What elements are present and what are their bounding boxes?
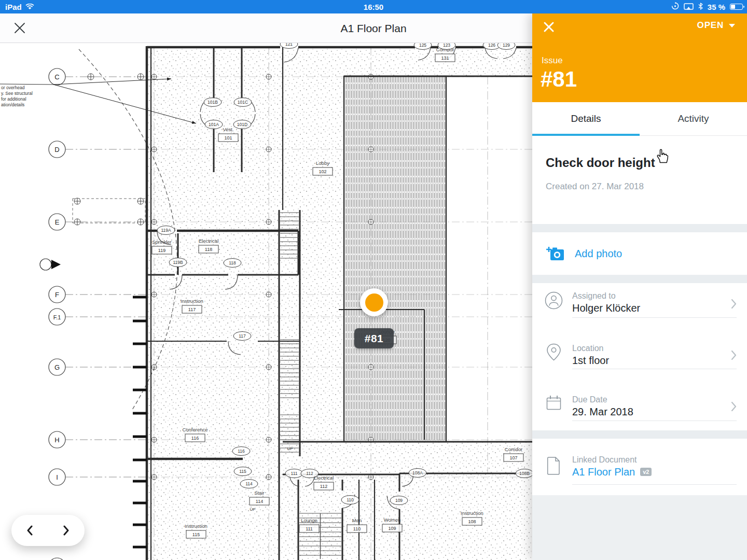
svg-text:H: H — [54, 436, 59, 444]
svg-text:F: F — [55, 291, 59, 299]
issue-tabs: Details Activity — [532, 102, 747, 136]
issue-detail-panel: OPEN Issue #81 Details Activity Check do… — [532, 13, 747, 560]
tab-activity[interactable]: Activity — [640, 102, 747, 135]
issue-summary: Check door height Created on 27. Mar 201… — [532, 136, 747, 224]
svg-text:118: 118 — [229, 260, 236, 265]
battery-percent: 35 % — [708, 3, 725, 11]
svg-text:I: I — [56, 473, 58, 481]
svg-text:112: 112 — [320, 484, 327, 489]
svg-text:F.1: F.1 — [53, 314, 61, 320]
issue-pin-label[interactable]: #81 — [354, 328, 394, 348]
svg-text:Lounge: Lounge — [301, 517, 317, 523]
svg-text:126: 126 — [488, 43, 495, 48]
structural-note: or overheady. See structuralfor addition… — [1, 85, 33, 107]
svg-text:101A: 101A — [209, 122, 219, 127]
document-icon — [545, 455, 563, 478]
svg-text:101B: 101B — [208, 100, 218, 105]
svg-text:108B: 108B — [519, 471, 530, 476]
add-photo-camera-icon — [546, 246, 564, 261]
svg-text:UP: UP — [250, 507, 255, 512]
svg-text:UP: UP — [287, 446, 293, 451]
section-marker — [40, 259, 61, 270]
issue-id: #81 — [541, 67, 577, 92]
field-value: 29. Mar 2018 — [572, 406, 747, 418]
svg-text:Instruction: Instruction — [461, 510, 483, 516]
svg-text:116: 116 — [238, 449, 245, 454]
svg-text:111: 111 — [306, 526, 313, 531]
svg-text:Electrical: Electrical — [199, 238, 219, 244]
svg-text:119B: 119B — [173, 260, 183, 265]
svg-text:C: C — [54, 73, 59, 81]
floor-plan-viewport[interactable]: CDEFF.1GHI or overheady. See structuralf… — [0, 43, 532, 560]
linked-document-link[interactable]: A1 Floor Planv2 — [572, 466, 747, 478]
svg-text:125: 125 — [419, 43, 426, 48]
chevron-down-icon — [728, 23, 736, 28]
svg-text:119: 119 — [158, 248, 165, 253]
issue-type-label: Issue — [542, 55, 563, 66]
location-row[interactable]: Location 1st floor — [532, 318, 747, 369]
svg-text:101D: 101D — [237, 122, 247, 127]
svg-text:G: G — [54, 363, 60, 371]
svg-text:108: 108 — [468, 519, 476, 524]
field-label: Location — [572, 344, 747, 353]
svg-text:114: 114 — [256, 499, 263, 504]
bluetooth-icon — [698, 3, 703, 11]
previous-sheet-button[interactable] — [11, 515, 48, 546]
svg-text:112: 112 — [306, 471, 313, 476]
svg-text:116: 116 — [191, 436, 199, 441]
svg-text:109: 109 — [388, 526, 396, 531]
svg-text:119A: 119A — [161, 228, 171, 233]
field-label: Due Date — [572, 395, 747, 404]
field-label: Assigned to — [572, 291, 747, 301]
svg-text:Instruction: Instruction — [185, 523, 208, 529]
svg-text:131: 131 — [441, 55, 449, 61]
assigned-to-row[interactable]: Assigned to Holger Klöcker — [532, 283, 747, 318]
chevron-right-icon — [731, 299, 737, 311]
screen-mirroring-icon — [684, 3, 694, 11]
chevron-right-icon — [731, 350, 737, 362]
issue-created-date: Created on 27. Mar 2018 — [546, 181, 734, 192]
field-value: 1st floor — [572, 355, 747, 367]
svg-text:115: 115 — [239, 469, 246, 474]
svg-text:123: 123 — [443, 43, 450, 48]
svg-text:110: 110 — [347, 497, 354, 502]
field-value: Holger Klöcker — [572, 302, 747, 314]
svg-text:Stair: Stair — [254, 490, 265, 496]
close-issue-button[interactable] — [540, 18, 558, 36]
issue-pin-dot — [365, 293, 383, 312]
cursor-hand-icon — [656, 148, 670, 166]
svg-text:Sprinkler: Sprinkler — [152, 239, 172, 245]
close-icon — [13, 21, 26, 35]
svg-text:107: 107 — [509, 455, 517, 460]
linked-document-row: Linked Document A1 Floor Planv2 — [532, 439, 747, 495]
svg-text:114: 114 — [245, 481, 253, 486]
section-separator — [532, 224, 747, 232]
floor-plan-drawing: CDEFF.1GHI or overheady. See structuralf… — [0, 43, 532, 560]
ios-status-bar: iPad 16:50 35 % — [0, 0, 747, 13]
add-photo-button[interactable]: Add photo — [532, 232, 747, 275]
tab-details[interactable]: Details — [532, 102, 640, 135]
issue-status-dropdown[interactable]: OPEN — [697, 20, 736, 31]
svg-text:110: 110 — [353, 526, 361, 531]
document-title: A1 Floor Plan — [340, 13, 406, 43]
sheet-pager — [11, 515, 85, 546]
svg-text:117: 117 — [188, 307, 196, 312]
svg-text:102: 102 — [319, 169, 326, 174]
svg-text:Instruction: Instruction — [181, 298, 203, 304]
svg-text:Vest.: Vest. — [223, 127, 233, 132]
issue-pin[interactable] — [360, 288, 388, 316]
due-date-row[interactable]: Due Date 29. Mar 2018 — [532, 369, 747, 421]
section-separator — [532, 430, 747, 439]
chevron-right-icon — [62, 525, 71, 536]
svg-text:Men: Men — [352, 517, 362, 523]
next-sheet-button[interactable] — [48, 515, 85, 546]
svg-text:118: 118 — [205, 247, 212, 252]
svg-text:Lobby: Lobby — [316, 160, 329, 166]
chevron-left-icon — [25, 525, 34, 536]
clock: 16:50 — [0, 3, 747, 11]
close-document-button[interactable] — [9, 18, 30, 38]
issue-header: OPEN Issue #81 — [532, 13, 747, 102]
svg-text:111: 111 — [291, 471, 298, 476]
person-icon — [545, 291, 563, 312]
rotation-lock-icon — [671, 2, 679, 11]
